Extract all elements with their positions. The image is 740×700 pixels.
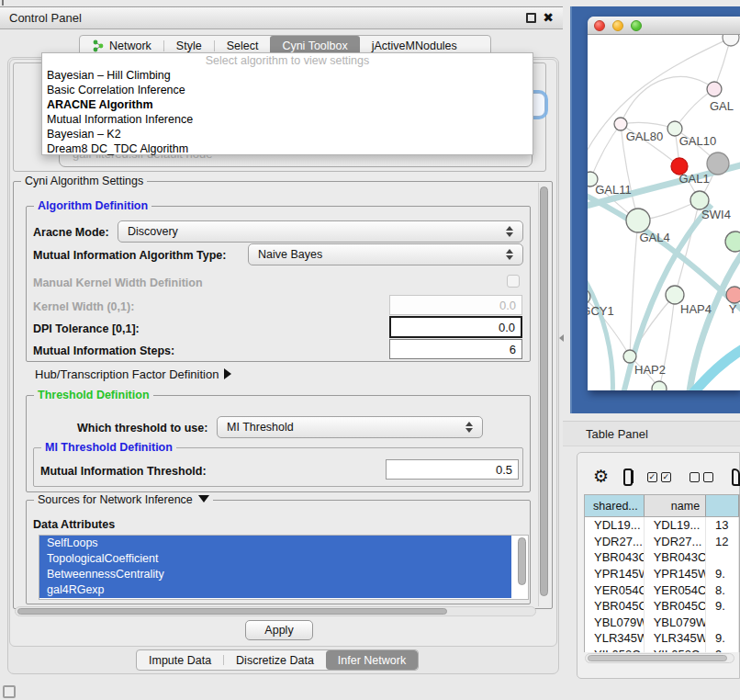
table-row[interactable]: YLR345WYLR345W9. — [585, 630, 739, 647]
table-header-row: shared...name — [585, 495, 739, 517]
network-window-titlebar[interactable] — [588, 17, 740, 35]
table-cell: YDR27... — [585, 534, 645, 550]
table-cell: YER054C — [645, 581, 706, 598]
bottom-tab-discretize-data[interactable]: Discretize Data — [224, 650, 326, 670]
table-cell — [706, 615, 739, 631]
network-node[interactable] — [707, 82, 722, 96]
table-cell: YBR045C — [645, 598, 706, 615]
kernel-width-field[interactable]: 0.0 — [389, 295, 522, 315]
algorithm-option[interactable]: ARACNE Algorithm — [42, 97, 533, 112]
table-cell: 9. — [706, 566, 739, 582]
algorithm-option[interactable]: Basic Correlation Inference — [42, 83, 533, 97]
combo-stepper-icon — [465, 422, 473, 433]
tab-label: Cyni Toolbox — [282, 40, 347, 52]
attribute-item[interactable]: gal4RGexp — [39, 582, 511, 598]
close-traffic-light-icon[interactable] — [594, 20, 605, 31]
attribute-item[interactable]: SelfLoops — [39, 536, 511, 551]
bottom-tabbar: Impute DataDiscretize DataInfer Network — [136, 649, 419, 671]
network-node-label: GAL11 — [595, 183, 632, 197]
table-toolbar: ⚙ ✓✓ — [584, 463, 740, 491]
table-row[interactable]: YBR043CYBR043C — [585, 549, 739, 566]
tab-label: Style — [176, 40, 202, 52]
splitter-grip-icon[interactable] — [559, 334, 564, 342]
manual-kernel-checkbox[interactable] — [507, 275, 520, 288]
network-node-label: SWI4 — [701, 208, 731, 221]
expand-right-icon — [224, 368, 231, 379]
dpi-tolerance-field[interactable]: 0.0 — [389, 316, 522, 338]
network-node-label: GAL10 — [679, 134, 716, 148]
table-row[interactable]: YIL052CYIL052C9. — [585, 647, 739, 652]
network-node[interactable] — [690, 191, 709, 209]
table-cell: 13 — [706, 517, 739, 534]
algorithm-option[interactable]: Bayesian – K2 — [42, 127, 533, 141]
sources-title-text: Sources for Network Inference — [38, 493, 193, 506]
which-threshold-combo[interactable]: MI Threshold — [217, 416, 483, 438]
network-node[interactable] — [723, 35, 739, 46]
list-scrollbar[interactable] — [518, 537, 526, 585]
which-threshold-label: Which threshold to use: — [77, 422, 207, 435]
table-row[interactable]: YDL19...YDL19...13 — [585, 517, 739, 534]
sources-title[interactable]: Sources for Network Inference — [34, 493, 213, 507]
network-node[interactable] — [623, 350, 636, 363]
bottom-tab-impute-data[interactable]: Impute Data — [137, 650, 223, 670]
table-cell: YPR145W — [585, 566, 645, 582]
table-row[interactable]: YDR27...YDR27...12 — [585, 534, 739, 550]
mi-steps-label: Mutual Information Steps: — [33, 344, 174, 357]
checked-boxes-icon[interactable]: ✓✓ — [647, 472, 675, 482]
table-cell: YIL052C — [645, 647, 706, 652]
aracne-mode-label: Aracne Mode: — [33, 226, 109, 239]
algorithm-option[interactable]: Bayesian – Hill Climbing — [42, 68, 533, 83]
gear-icon[interactable]: ⚙ — [593, 468, 609, 486]
column-header-shared...[interactable]: shared... — [585, 495, 645, 516]
table-cell: YBR043C — [645, 549, 706, 566]
hub-definition-toggle[interactable]: Hub/Transcription Factor Definition — [35, 367, 231, 381]
table-row[interactable]: YER054CYER054C8. — [585, 581, 739, 598]
unchecked-boxes-icon[interactable] — [690, 472, 717, 482]
algorithm-option[interactable]: Dream8 DC_TDC Algorithm — [42, 141, 533, 156]
settings-horizontal-scrollbar[interactable] — [15, 606, 536, 616]
network-node[interactable] — [666, 286, 684, 304]
column-header-name[interactable]: name — [645, 495, 706, 516]
data-attributes-list[interactable]: SelfLoopsTopologicalCoefficientBetweenne… — [39, 535, 529, 600]
collapsed-panel-icon[interactable] — [3, 685, 16, 698]
network-node[interactable] — [652, 381, 667, 390]
mi-steps-field[interactable]: 6 — [389, 339, 522, 359]
table-row[interactable]: YPR145WYPR145W9. — [585, 566, 739, 582]
zoom-traffic-light-icon[interactable] — [631, 20, 642, 31]
hub-definition-label: Hub/Transcription Factor Definition — [35, 367, 219, 381]
network-node[interactable] — [614, 118, 627, 130]
mi-threshold-title: MI Threshold Definition — [41, 441, 176, 455]
mi-threshold-field[interactable]: 0.5 — [386, 459, 519, 480]
split-pane-icon[interactable] — [623, 469, 633, 486]
network-node[interactable] — [725, 231, 740, 252]
table-row[interactable]: YBR045CYBR045C9. — [585, 598, 739, 615]
panel-title: Control Panel — [9, 11, 82, 25]
document-icon[interactable] — [732, 469, 740, 486]
column-header-partial[interactable] — [706, 495, 739, 516]
table-horizontal-scrollbar[interactable] — [585, 653, 734, 663]
close-icon[interactable]: ✖ — [543, 13, 554, 23]
algorithm-option[interactable]: Mutual Information Inference — [42, 112, 533, 127]
table-row[interactable]: YBL079WYBL079W — [585, 615, 739, 631]
table-cell: YPR145W — [645, 566, 706, 582]
mi-type-combo[interactable]: Naive Bayes — [248, 243, 523, 265]
network-node-label: HAP2 — [634, 363, 666, 377]
network-node[interactable] — [626, 209, 650, 232]
bottom-tab-infer-network[interactable]: Infer Network — [326, 650, 418, 670]
kernel-width-value: 0.0 — [499, 299, 516, 312]
data-attributes-label: Data Attributes — [33, 518, 115, 531]
mi-threshold-label: Mutual Information Threshold: — [40, 465, 207, 478]
network-node[interactable] — [707, 152, 729, 175]
network-canvas[interactable]: GALGAL80GAL10GAL1GAL11SWI4GAL4GCY1HAP4YH… — [588, 35, 740, 390]
table-cell: YBL079W — [645, 615, 706, 631]
settings-vertical-scrollbar[interactable] — [538, 183, 549, 606]
float-panel-icon[interactable] — [526, 13, 536, 23]
aracne-mode-combo[interactable]: Discovery — [118, 220, 523, 243]
attribute-item[interactable]: TopologicalCoefficient — [39, 551, 511, 567]
network-node[interactable] — [726, 287, 740, 303]
table-panel-header: Table Panel — [563, 421, 740, 446]
minimize-traffic-light-icon[interactable] — [612, 20, 623, 31]
combo-stepper-icon — [506, 226, 513, 237]
apply-button[interactable]: Apply — [245, 620, 313, 640]
attribute-item[interactable]: BetweennessCentrality — [39, 567, 511, 582]
